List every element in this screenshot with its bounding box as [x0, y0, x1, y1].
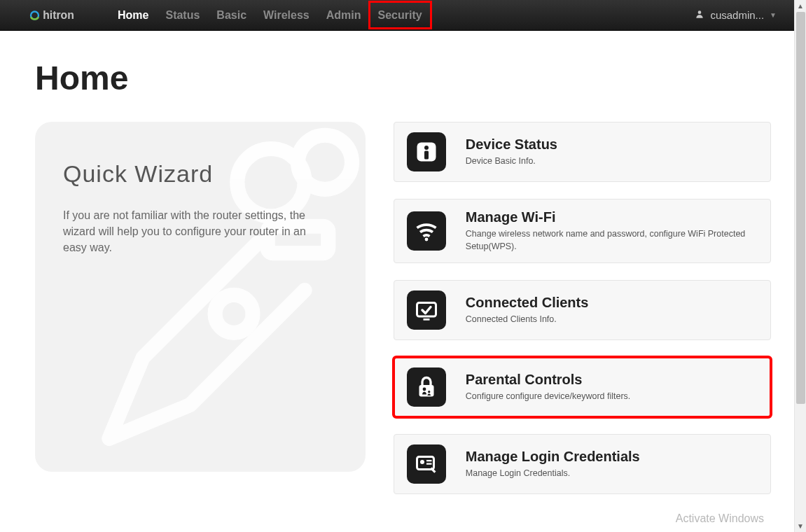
- tile-desc: Change wireless network name and passwor…: [466, 228, 758, 253]
- tile-login-credentials[interactable]: Manage Login Credentials Manage Login Cr…: [394, 434, 771, 494]
- tile-body: Device Status Device Basic Info.: [466, 136, 758, 168]
- windows-watermark: Activate Windows: [676, 512, 764, 525]
- tile-body: Connected Clients Connected Clients Info…: [466, 295, 758, 326]
- nav-item-admin[interactable]: Admin: [318, 0, 370, 30]
- nav-label: Admin: [326, 9, 361, 22]
- svg-text:hitron: hitron: [43, 9, 74, 21]
- wifi-icon: [407, 211, 446, 251]
- nav-item-basic[interactable]: Basic: [208, 0, 255, 30]
- credentials-icon: [407, 444, 446, 484]
- svg-point-2: [698, 10, 702, 14]
- svg-point-15: [428, 391, 430, 393]
- tile-title: Connected Clients: [466, 295, 758, 311]
- info-icon: [407, 132, 446, 172]
- svg-rect-12: [423, 318, 429, 321]
- tile-manage-wifi[interactable]: Manage Wi-Fi Change wireless network nam…: [394, 199, 771, 263]
- nav-item-wireless[interactable]: Wireless: [255, 0, 318, 30]
- wizard-description: If you are not familiar with the router …: [63, 207, 329, 256]
- nav-links: Home Status Basic Wireless Admin Securit…: [109, 0, 431, 30]
- brand-logo[interactable]: hitron: [28, 0, 95, 30]
- svg-rect-13: [419, 385, 433, 397]
- page-content: Home Quick Wizard If you are not familia…: [0, 31, 806, 511]
- wizard-title: Quick Wizard: [63, 160, 338, 188]
- tile-body: Manage Wi-Fi Change wireless network nam…: [466, 209, 758, 253]
- tile-desc: Configure configure device/keyword filte…: [466, 391, 758, 403]
- chevron-down-icon: ▼: [770, 11, 777, 19]
- quick-wizard-card[interactable]: Quick Wizard If you are not familiar wit…: [35, 122, 366, 472]
- svg-point-14: [422, 388, 426, 391]
- columns: Quick Wizard If you are not familiar wit…: [35, 122, 771, 511]
- svg-rect-19: [426, 463, 432, 465]
- tile-desc: Connected Clients Info.: [466, 314, 758, 326]
- tile-parental-controls[interactable]: Parental Controls Configure configure de…: [394, 357, 771, 417]
- svg-point-6: [215, 295, 253, 332]
- nav-item-status[interactable]: Status: [157, 0, 208, 30]
- nav-label: Security: [378, 9, 422, 22]
- tile-desc: Device Basic Info.: [466, 155, 758, 168]
- scroll-thumb[interactable]: [796, 12, 805, 404]
- user-icon: [695, 9, 704, 21]
- user-menu[interactable]: cusadmin... ▼: [695, 9, 777, 21]
- scroll-down-arrow-icon[interactable]: ▼: [795, 520, 806, 532]
- svg-rect-18: [426, 460, 432, 461]
- tile-title: Manage Wi-Fi: [466, 209, 758, 225]
- tile-title: Device Status: [466, 136, 758, 153]
- clients-icon: [407, 290, 446, 330]
- left-column: Quick Wizard If you are not familiar wit…: [35, 122, 366, 511]
- tile-title: Manage Login Credentials: [466, 449, 758, 465]
- nav-label: Basic: [216, 9, 246, 22]
- svg-point-10: [424, 238, 428, 241]
- nav-label: Home: [118, 9, 148, 22]
- page-title: Home: [35, 59, 771, 97]
- tile-device-status[interactable]: Device Status Device Basic Info.: [394, 122, 771, 182]
- scroll-up-arrow-icon[interactable]: ▲: [795, 0, 806, 12]
- tile-connected-clients[interactable]: Connected Clients Connected Clients Info…: [394, 280, 771, 340]
- svg-rect-11: [417, 303, 436, 317]
- nav-item-home[interactable]: Home: [109, 0, 157, 30]
- tile-desc: Manage Login Credentials.: [466, 468, 758, 480]
- lock-parent-icon: [407, 368, 446, 407]
- svg-rect-9: [424, 151, 429, 160]
- right-column: Device Status Device Basic Info. Manage …: [394, 122, 771, 511]
- tile-body: Parental Controls Configure configure de…: [466, 372, 758, 403]
- svg-point-17: [420, 460, 424, 464]
- vertical-scrollbar[interactable]: ▲ ▼: [794, 0, 806, 532]
- nav-item-security[interactable]: Security: [370, 0, 431, 30]
- tile-title: Parental Controls: [466, 372, 758, 388]
- tile-body: Manage Login Credentials Manage Login Cr…: [466, 449, 758, 480]
- nav-label: Wireless: [263, 9, 310, 22]
- top-navbar: hitron Home Status Basic Wireless Admin …: [0, 0, 806, 31]
- nav-label: Status: [165, 9, 200, 22]
- svg-point-8: [424, 146, 429, 150]
- user-label: cusadmin...: [710, 9, 764, 21]
